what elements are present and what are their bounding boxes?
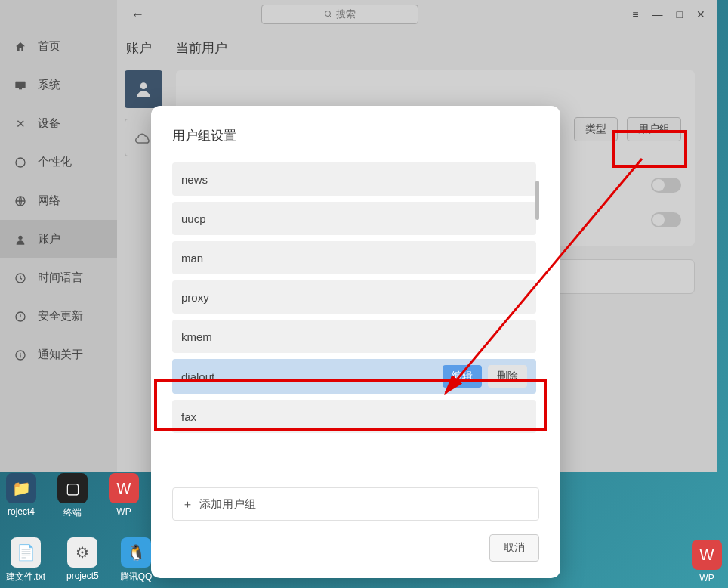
group-name: news	[181, 173, 208, 186]
desktop-label: project5	[66, 571, 99, 581]
folder-icon: 📁	[6, 473, 36, 503]
group-name: dialout	[181, 370, 214, 383]
cancel-button[interactable]: 取消	[489, 534, 539, 562]
desktop-label: WP	[699, 573, 714, 583]
group-list[interactable]: news uucp man proxy kmem dialout 编辑 删除 f…	[172, 162, 539, 481]
plus-icon: ＋	[182, 497, 193, 512]
scrollbar-indicator[interactable]	[535, 181, 539, 220]
group-item-uucp[interactable]: uucp	[172, 202, 536, 235]
txt-icon: 📄	[11, 537, 41, 568]
desktop-label: 腾讯QQ	[120, 571, 153, 583]
desktop-label: 建文件.txt	[6, 571, 45, 583]
wps-icon: W	[109, 473, 139, 503]
group-item-kmem[interactable]: kmem	[172, 320, 536, 353]
desktop-item-txt[interactable]: 📄建文件.txt	[6, 537, 45, 583]
group-name: proxy	[181, 291, 209, 304]
group-item-proxy[interactable]: proxy	[172, 280, 536, 314]
delete-button[interactable]: 删除	[488, 365, 527, 388]
terminal-icon: ▢	[57, 473, 88, 503]
edit-button[interactable]: 编辑	[443, 365, 482, 388]
desktop-item-project5[interactable]: ⚙project5	[66, 537, 99, 583]
group-name: uucp	[181, 212, 206, 225]
add-group-label: 添加用户组	[199, 497, 256, 512]
group-item-fax[interactable]: fax	[172, 400, 536, 433]
desktop-icons-row2: 📄建文件.txt ⚙project5 🐧腾讯QQ	[0, 531, 158, 588]
desktop-label: 终端	[63, 506, 82, 519]
add-group-button[interactable]: ＋ 添加用户组	[172, 487, 539, 521]
wps-icon: W	[692, 540, 722, 570]
desktop-label: roject4	[8, 506, 35, 517]
group-name: fax	[181, 410, 196, 423]
modal-title: 用户组设置	[172, 127, 539, 144]
desktop-icons-right: WWP	[686, 534, 728, 588]
group-item-man[interactable]: man	[172, 241, 536, 274]
gear-icon: ⚙	[67, 537, 97, 568]
user-group-modal: 用户组设置 news uucp man proxy kmem dialout 编…	[151, 106, 560, 578]
qq-icon: 🐧	[121, 537, 151, 568]
group-name: kmem	[181, 330, 212, 343]
desktop-label: WP	[116, 506, 131, 517]
desktop-item-qq[interactable]: 🐧腾讯QQ	[120, 537, 153, 583]
group-item-news[interactable]: news	[172, 162, 536, 196]
desktop-item-wps2[interactable]: WWP	[692, 540, 722, 583]
group-name: man	[181, 252, 203, 265]
group-item-dialout[interactable]: dialout 编辑 删除	[172, 359, 536, 394]
